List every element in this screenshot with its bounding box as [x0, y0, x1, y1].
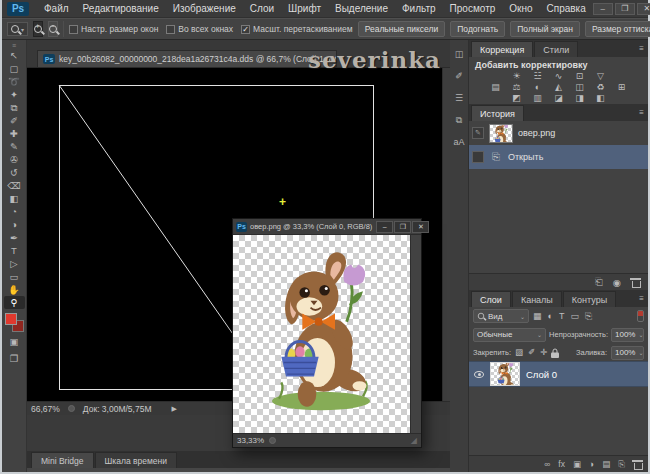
floating-canvas[interactable] — [233, 235, 410, 433]
blur-tool[interactable]: ◔ — [4, 205, 25, 218]
layer-thumbnail[interactable] — [490, 362, 520, 386]
menu-help[interactable]: Справка — [540, 3, 593, 14]
new-snapshot-icon[interactable]: ◉ — [613, 277, 621, 288]
minimize-button[interactable]: – — [376, 221, 393, 233]
blend-mode-select[interactable]: Обычные ⌄ — [473, 328, 546, 342]
lock-pixels-icon[interactable]: ✐ — [528, 348, 535, 357]
maximize-button[interactable]: ❐ — [394, 221, 411, 233]
menu-image[interactable]: Изображение — [166, 3, 243, 14]
eraser-tool[interactable]: ⌫ — [4, 179, 25, 192]
move-tool[interactable]: ↖ — [4, 49, 25, 62]
filter-kind-pixel-icon[interactable]: ▦ — [533, 312, 542, 321]
quick-mask-button[interactable]: ▣ — [4, 335, 25, 348]
opacity-select[interactable]: 100% ⌄ — [611, 328, 644, 342]
layer-visibility-eye-icon[interactable] — [474, 371, 484, 378]
hand-tool[interactable]: ✋ — [4, 283, 25, 296]
brush-panel-icon[interactable]: ✐ — [455, 72, 463, 81]
clone-stamp-tool[interactable]: ✇ — [4, 153, 25, 166]
adjustment-icon[interactable]: ⚖ — [510, 82, 523, 93]
link-layers-icon[interactable]: ∞ — [544, 459, 550, 469]
vertical-scrollbar[interactable] — [442, 68, 450, 401]
zoom-level[interactable]: 66,67% — [31, 404, 60, 414]
filter-kind-shape-icon[interactable]: ▭ — [570, 312, 579, 321]
actual-pixels-button[interactable]: Реальные пиксели — [358, 21, 446, 37]
filter-toggle[interactable] — [637, 310, 644, 322]
clone-source-panel-icon[interactable]: ⧉ — [456, 116, 462, 125]
tab-styles[interactable]: Стили — [534, 41, 578, 57]
lock-position-icon[interactable]: ✛ — [540, 348, 547, 357]
new-group-icon[interactable]: ▤ — [602, 459, 610, 469]
foreground-color-swatch[interactable] — [5, 313, 17, 325]
layer-row[interactable]: Слой 0 — [469, 361, 648, 387]
tab-history[interactable]: История — [471, 105, 524, 121]
lock-all-icon[interactable] — [551, 348, 559, 358]
resize-grip[interactable]: ◢ — [411, 436, 417, 445]
adjustment-icon[interactable]: ◧ — [594, 93, 607, 104]
document-tab[interactable]: Ps key_00b26082_00000000_218dea1a26731c4… — [37, 50, 337, 67]
adjustment-icon[interactable]: ∿ — [552, 71, 565, 82]
adjustment-icon[interactable]: ◐ — [531, 82, 544, 93]
adjustment-icon[interactable]: ▤ — [489, 82, 502, 93]
screen-mode-button[interactable]: ❐ — [4, 352, 25, 365]
history-brush-source-box[interactable]: ✎ — [472, 127, 484, 139]
tab-paths[interactable]: Контуры — [563, 291, 616, 307]
adjustment-icon[interactable]: ▽ — [594, 71, 607, 82]
panel-menu-icon[interactable]: ≡ — [639, 294, 644, 303]
adjustment-icon[interactable]: ◩ — [510, 93, 523, 104]
tab-channels[interactable]: Каналы — [512, 291, 562, 307]
adjustment-icon[interactable]: ◨ — [573, 93, 586, 104]
scrubby-zoom-checkbox[interactable]: ✓Масшт. перетаскиванием — [241, 24, 353, 34]
snapshot-thumbnail[interactable] — [489, 124, 513, 143]
menu-select[interactable]: Выделение — [328, 3, 395, 14]
layer-mask-icon[interactable]: ▣ — [573, 459, 581, 469]
status-menu-arrow[interactable]: ▶ — [171, 405, 176, 413]
character-panel-icon[interactable]: аА — [453, 138, 464, 147]
adjustment-icon[interactable]: ◭ — [552, 82, 565, 93]
tool-preset-picker[interactable]: ▾ — [7, 22, 28, 36]
fit-screen-button[interactable]: Подогнать — [450, 21, 505, 37]
brush-tool[interactable]: ✎ — [4, 140, 25, 153]
filter-kind-adjustment-icon[interactable]: ◐ — [548, 312, 553, 321]
delete-state-icon[interactable] — [631, 278, 640, 287]
tab-layers[interactable]: Слои — [471, 291, 511, 307]
adjustment-icon[interactable]: ⊞ — [615, 82, 628, 93]
print-size-button[interactable]: Размер оттиска — [585, 21, 650, 37]
history-brush-source-box[interactable] — [472, 151, 484, 163]
adjustment-icon[interactable]: ⊡ — [573, 71, 586, 82]
full-screen-button[interactable]: Полный экран — [510, 21, 580, 37]
menu-filter[interactable]: Фильтр — [395, 3, 443, 14]
adjustment-icon[interactable]: ♻ — [594, 82, 607, 93]
adjustment-icon[interactable]: ☳ — [531, 71, 544, 82]
fill-select[interactable]: 100% ⌄ — [611, 346, 644, 360]
layer-effects-icon[interactable]: fx — [558, 459, 565, 469]
marquee-tool[interactable]: ▢ — [4, 62, 25, 75]
panel-menu-icon[interactable]: ≡ — [639, 44, 644, 53]
path-selection-tool[interactable]: ▷ — [4, 257, 25, 270]
menu-edit[interactable]: Редактирование — [76, 3, 166, 14]
floating-window-titlebar[interactable]: Ps овер.png @ 33,3% (Слой 0, RGB/8) – ❐ … — [233, 219, 421, 235]
shape-tool[interactable]: ▭ — [4, 270, 25, 283]
history-step-row[interactable]: ⎘ Открыть — [469, 145, 648, 169]
layer-name[interactable]: Слой 0 — [526, 369, 557, 380]
quick-selection-tool[interactable]: ✦ — [4, 88, 25, 101]
close-button[interactable]: ✕ — [637, 3, 650, 15]
lasso-tool[interactable]: ➰ — [4, 75, 25, 88]
restore-button[interactable]: ❐ — [615, 3, 635, 15]
zoom-out-button[interactable]: − — [48, 21, 58, 37]
eyedropper-tool[interactable]: ✐ — [4, 114, 25, 127]
healing-brush-tool[interactable]: ✚ — [4, 127, 25, 140]
tab-timeline[interactable]: Шкала времени — [95, 452, 177, 468]
pen-tool[interactable]: ✒ — [4, 231, 25, 244]
brush-presets-panel-icon[interactable]: ☰ — [455, 94, 463, 103]
resize-windows-checkbox[interactable]: Настр. размер окон — [69, 24, 158, 34]
menu-layers[interactable]: Слои — [243, 3, 281, 14]
zoom-level[interactable]: 33,33% — [237, 436, 264, 445]
new-doc-from-state-icon[interactable]: ⎗ — [595, 276, 603, 288]
dodge-tool[interactable]: ◑ — [4, 218, 25, 231]
zoom-all-windows-checkbox[interactable]: Во всех окнах — [166, 24, 233, 34]
tab-mini-bridge[interactable]: Mini Bridge — [31, 452, 94, 468]
menu-type[interactable]: Шрифт — [281, 3, 328, 14]
minimize-button[interactable]: – — [593, 3, 613, 15]
panel-menu-icon[interactable]: ≡ — [639, 108, 644, 117]
close-button[interactable]: ✕ — [412, 221, 429, 233]
